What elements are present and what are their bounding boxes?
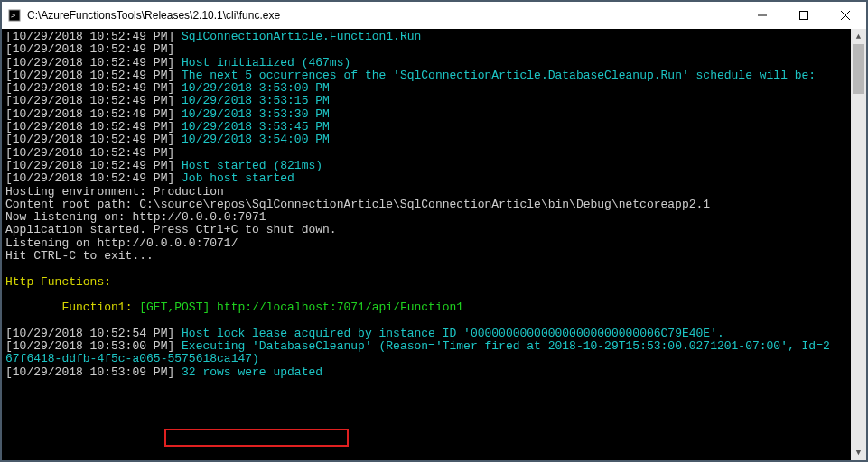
indent <box>5 300 61 314</box>
log-text: Application started. Press Ctrl+C to shu… <box>5 224 847 236</box>
maximize-button[interactable] <box>783 2 825 29</box>
log-text: Hit CTRL-C to exit... <box>5 250 847 263</box>
timestamp: [10/29/2018 10:52:49 PM] <box>5 120 182 134</box>
timestamp: [10/29/2018 10:52:49 PM] <box>5 171 182 185</box>
vertical-scrollbar[interactable]: ▲ ▼ <box>851 29 866 460</box>
close-button[interactable] <box>825 2 866 29</box>
timestamp: [10/29/2018 10:53:00 PM] <box>5 339 182 353</box>
log-text: SqlConnectionArticle.Function1.Run <box>182 30 421 43</box>
timestamp: [10/29/2018 10:52:49 PM] <box>5 159 182 172</box>
rows-updated-text: 32 rows were updated <box>182 365 322 379</box>
window-controls <box>742 2 866 29</box>
svg-rect-3 <box>800 12 808 20</box>
log-text: Host initialized (467ms) <box>182 56 350 69</box>
function-methods: [GET,POST] <box>139 300 217 314</box>
timestamp: [10/29/2018 10:52:49 PM] <box>5 133 182 146</box>
log-text: Host lock lease acquired by instance ID … <box>182 327 724 340</box>
timestamp: [10/29/2018 10:52:49 PM] <box>5 94 182 107</box>
log-text: 67f6418-ddfb-4f5c-a065-5575618ca147) <box>5 353 847 365</box>
svg-text:>: > <box>11 11 16 20</box>
console-output[interactable]: [10/29/2018 10:52:49 PM] SqlConnectionAr… <box>2 29 851 460</box>
titlebar[interactable]: > C:\AzureFunctionsTools\Releases\2.10.1… <box>2 2 866 29</box>
log-text: Job host started <box>182 171 294 185</box>
timestamp: [10/29/2018 10:52:49 PM] <box>5 107 182 121</box>
log-text: 10/29/2018 3:53:00 PM <box>182 81 330 95</box>
log-text: Executing 'DatabaseCleanup' (Reason='Tim… <box>182 339 830 353</box>
scroll-down-arrow[interactable]: ▼ <box>851 445 866 460</box>
log-text: Content root path: C:\source\repos\SqlCo… <box>5 199 847 211</box>
log-text: Now listening on: http://0.0.0.0:7071 <box>5 211 847 224</box>
log-text: 10/29/2018 3:53:15 PM <box>182 94 330 107</box>
function-url: http://localhost:7071/api/Function1 <box>217 300 463 314</box>
timestamp: [10/29/2018 10:52:54 PM] <box>5 327 182 340</box>
timestamp: [10/29/2018 10:52:49 PM] <box>5 146 182 160</box>
log-text: Host started (821ms) <box>182 159 322 172</box>
scroll-thumb[interactable] <box>853 44 864 94</box>
timestamp: [10/29/2018 10:53:09 PM <box>5 365 167 379</box>
window-frame: > C:\AzureFunctionsTools\Releases\2.10.1… <box>0 0 868 462</box>
minimize-button[interactable] <box>742 2 783 29</box>
log-text: Listening on http://0.0.0.0:7071/ <box>5 237 847 250</box>
app-icon: > <box>7 8 22 23</box>
log-text: The next 5 occurrences of the 'SqlConnec… <box>182 69 816 82</box>
log-text: 10/29/2018 3:53:45 PM <box>182 120 330 134</box>
function-name: Function1: <box>61 300 139 314</box>
timestamp: [10/29/2018 10:52:49 PM] <box>5 30 182 43</box>
log-text: 10/29/2018 3:53:30 PM <box>182 107 330 121</box>
timestamp: [10/29/2018 10:52:49 PM] <box>5 56 182 69</box>
scroll-up-arrow[interactable]: ▲ <box>851 29 866 44</box>
window-title: C:\AzureFunctionsTools\Releases\2.10.1\c… <box>27 9 742 22</box>
console-area: [10/29/2018 10:52:49 PM] SqlConnectionAr… <box>2 29 866 460</box>
timestamp: [10/29/2018 10:52:49 PM] <box>5 69 182 82</box>
log-text: Hosting environment: Production <box>5 186 847 199</box>
log-text: 10/29/2018 3:54:00 PM <box>182 133 330 146</box>
timestamp-bracket: ] <box>167 365 182 379</box>
timestamp: [10/29/2018 10:52:49 PM] <box>5 42 182 56</box>
http-functions-header: Http Functions: <box>5 276 847 289</box>
timestamp: [10/29/2018 10:52:49 PM] <box>5 81 182 95</box>
